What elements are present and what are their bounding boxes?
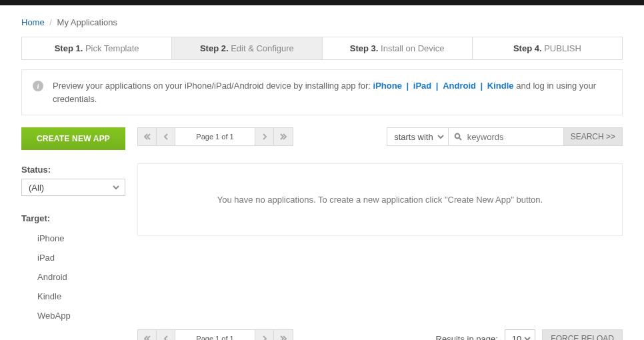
info-icon: i	[33, 81, 43, 91]
pager-next-button[interactable]	[255, 128, 274, 145]
search-mode-value: starts with	[394, 132, 433, 142]
step-bold: Step 4.	[513, 43, 542, 53]
pager-label: Page 1 of 1	[175, 128, 255, 145]
pager-first-button[interactable]	[138, 128, 157, 145]
status-select-value: (All)	[29, 183, 44, 193]
results-label: Results in page:	[436, 334, 498, 341]
target-label: Target:	[21, 213, 125, 223]
sidebar: CREATE NEW APP Status: (All) Target: iPh…	[21, 127, 125, 340]
breadcrumb-home[interactable]: Home	[21, 17, 45, 27]
toolbar-top: Page 1 of 1 starts with	[137, 127, 623, 146]
search-button[interactable]: SEARCH >>	[563, 128, 622, 145]
step-tab-4[interactable]: Step 4. PUBLISH	[473, 37, 622, 59]
target-list: iPhoneiPadAndroidKindleWebApp	[21, 229, 125, 325]
step-label: Install on Device	[378, 43, 444, 53]
step-bold: Step 3.	[350, 43, 379, 53]
chevrons-right-icon	[279, 335, 287, 340]
breadcrumb: Home / My Applications	[21, 5, 623, 37]
pager-label: Page 1 of 1	[175, 330, 255, 340]
chevrons-left-icon	[143, 133, 151, 141]
link-separator: |	[404, 81, 411, 91]
chevron-left-icon	[162, 133, 170, 141]
target-item-kindle[interactable]: Kindle	[21, 287, 125, 306]
step-label: Edit & Configure	[229, 43, 294, 53]
svg-line-1	[459, 138, 461, 140]
chevrons-right-icon	[279, 133, 287, 141]
create-new-app-button[interactable]: CREATE NEW APP	[21, 127, 125, 150]
results-block: Results in page: 10 FORCE RELOAD	[436, 329, 623, 340]
target-item-webapp[interactable]: WebApp	[21, 306, 125, 325]
info-link-iphone[interactable]: iPhone	[373, 81, 402, 91]
target-item-android[interactable]: Android	[21, 267, 125, 287]
search-mode-select[interactable]: starts with	[387, 128, 449, 145]
chevron-right-icon	[261, 133, 269, 141]
target-item-ipad[interactable]: iPad	[21, 248, 125, 267]
pager-last-button[interactable]	[274, 128, 293, 145]
search-input-wrap	[449, 128, 563, 145]
chevron-down-icon	[437, 133, 444, 140]
step-tab-2[interactable]: Step 2. Edit & Configure	[172, 37, 322, 59]
info-banner: i Preview your applications on your iPho…	[21, 69, 623, 115]
pager-prev-button[interactable]	[157, 330, 175, 340]
page-size-select[interactable]: 10	[505, 329, 535, 340]
info-link-kindle[interactable]: Kindle	[487, 81, 514, 91]
search-group: starts with SEARCH >>	[387, 127, 623, 146]
toolbar-bottom: Page 1 of 1 Results in page: 10 FORCE RE…	[137, 329, 623, 340]
breadcrumb-current: My Applications	[57, 17, 117, 27]
link-separator: |	[478, 81, 485, 91]
link-separator: |	[433, 81, 441, 91]
step-label: PUBLISH	[542, 43, 581, 53]
search-icon	[454, 133, 462, 141]
pager-bottom: Page 1 of 1	[137, 329, 293, 340]
pager-last-button[interactable]	[274, 330, 293, 340]
page-size-value: 10	[512, 334, 521, 341]
force-reload-button[interactable]: FORCE RELOAD	[542, 329, 623, 340]
step-bold: Step 1.	[55, 43, 83, 53]
info-link-ipad[interactable]: iPad	[413, 81, 431, 91]
info-text: Preview your applications on your iPhone…	[53, 79, 611, 105]
pager-prev-button[interactable]	[157, 128, 175, 145]
status-select[interactable]: (All)	[21, 179, 125, 196]
empty-state: You have no applications. To create a ne…	[137, 163, 623, 236]
target-item-iphone[interactable]: iPhone	[21, 229, 125, 248]
pager-next-button[interactable]	[255, 330, 274, 340]
step-bold: Step 2.	[200, 43, 229, 53]
step-tab-3[interactable]: Step 3. Install on Device	[323, 37, 473, 59]
chevron-down-icon	[113, 184, 119, 191]
status-label: Status:	[21, 165, 125, 175]
pager-top: Page 1 of 1	[137, 127, 293, 146]
chevron-left-icon	[162, 335, 170, 340]
step-tab-1[interactable]: Step 1. Pick Template	[22, 37, 172, 59]
main-content: Page 1 of 1 starts with	[137, 127, 623, 340]
info-link-android[interactable]: Android	[443, 81, 476, 91]
breadcrumb-separator: /	[49, 17, 52, 27]
pager-first-button[interactable]	[138, 330, 157, 340]
chevron-down-icon	[524, 335, 531, 340]
chevrons-left-icon	[143, 335, 151, 340]
step-tabs: Step 1. Pick TemplateStep 2. Edit & Conf…	[21, 37, 623, 60]
chevron-right-icon	[261, 335, 269, 340]
top-black-bar	[0, 0, 644, 5]
search-input[interactable]	[466, 131, 559, 143]
step-label: Pick Template	[83, 43, 139, 53]
svg-point-0	[455, 134, 459, 139]
